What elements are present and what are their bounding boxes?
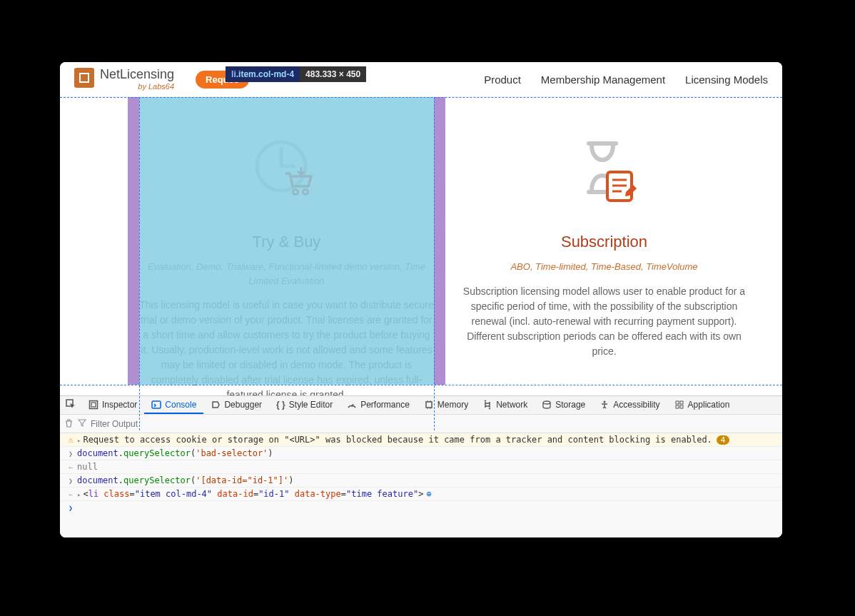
tab-console[interactable]: Console (144, 396, 203, 414)
devtools-panel: Inspector Console Debugger { }Style Edit… (60, 395, 782, 537)
output-value: null (77, 462, 778, 472)
svg-rect-13 (91, 403, 96, 407)
tab-accessibility[interactable]: Accessibility (592, 396, 667, 414)
card-subtitle: ABO, Time-limited, Time-Based, TimeVolum… (457, 260, 752, 274)
console-output-row[interactable]: <li class="item col-md-4" data-id="id-1"… (60, 488, 782, 501)
console-prompt-row[interactable] (60, 501, 782, 514)
nav-licensing-models[interactable]: Licensing Models (685, 74, 768, 86)
svg-line-15 (352, 404, 353, 407)
clock-cart-icon (139, 133, 434, 211)
console-warning-row[interactable]: ⚠ Request to access cookie or storage on… (60, 433, 782, 447)
output-arrow-icon (64, 489, 77, 499)
brand-name: NetLicensing (100, 68, 174, 81)
inspect-tooltip-dimensions: 483.333 × 450 (300, 66, 366, 82)
console-input-row[interactable]: document.querySelector('bad-selector') (60, 447, 782, 460)
request-badge[interactable]: Reques li.item.col-md-4 483.333 × 450 (196, 71, 249, 89)
devtools-tabs: Inspector Console Debugger { }Style Edit… (60, 396, 782, 415)
brand-block[interactable]: NetLicensing by Labs64 (74, 68, 174, 91)
brand-logo-icon (74, 68, 94, 88)
inspect-tooltip-selector: li.item.col-md-4 (226, 66, 300, 82)
svg-point-3 (293, 190, 298, 195)
console-output: ⚠ Request to access cookie or storage on… (60, 433, 782, 514)
card-try-and-buy[interactable]: Try & Buy Evaluation, Demo, Trialware, F… (128, 97, 445, 403)
filter-input[interactable] (91, 419, 778, 429)
cards-row: Try & Buy Evaluation, Demo, Trialware, F… (128, 97, 782, 403)
svg-rect-14 (152, 401, 161, 408)
output-arrow-icon (64, 462, 77, 472)
tab-application[interactable]: Application (667, 396, 737, 414)
input-chevron-icon (64, 475, 77, 485)
hourglass-document-icon (457, 133, 752, 211)
card-subtitle: Evaluation, Demo, Trialware, Functional-… (139, 260, 434, 288)
svg-rect-23 (676, 401, 679, 404)
tab-inspector[interactable]: Inspector (81, 396, 144, 414)
prompt-chevron-icon (64, 503, 77, 513)
card-title: Try & Buy (139, 233, 434, 251)
tab-storage[interactable]: Storage (535, 396, 592, 414)
page-content: Try & Buy Evaluation, Demo, Trialware, F… (60, 97, 782, 430)
input-chevron-icon (64, 448, 77, 458)
tab-debugger[interactable]: Debugger (203, 396, 269, 414)
inspect-tooltip: li.item.col-md-4 483.333 × 450 (226, 66, 366, 82)
clear-console-icon[interactable] (64, 418, 74, 430)
card-description: This licensing model is useful in case y… (139, 298, 434, 403)
filter-icon (78, 418, 86, 429)
brand-byline: by Labs64 (100, 82, 174, 91)
tab-memory[interactable]: Memory (417, 396, 475, 414)
tab-performance[interactable]: Performance (340, 396, 417, 414)
console-output-row[interactable]: null (60, 460, 782, 474)
browser-with-devtools: NetLicensing by Labs64 Reques li.item.co… (60, 62, 782, 537)
svg-point-21 (543, 401, 550, 404)
svg-point-22 (604, 400, 606, 403)
card-description: Subscription licensing model allows user… (457, 284, 752, 359)
tab-network[interactable]: Network (475, 396, 535, 414)
warning-text: Request to access cookie or storage on "… (83, 435, 712, 445)
element-picker-icon[interactable] (60, 399, 81, 411)
card-subscription[interactable]: Subscription ABO, Time-limited, Time-Bas… (445, 97, 763, 403)
svg-rect-12 (90, 400, 98, 408)
console-filter-bar (60, 415, 782, 433)
svg-point-4 (303, 190, 308, 195)
card-title: Subscription (457, 233, 752, 251)
nav-membership[interactable]: Membership Management (541, 74, 665, 86)
svg-rect-24 (680, 401, 683, 404)
warning-icon: ⚠ (64, 435, 77, 445)
warning-count-badge: 4 (717, 435, 730, 445)
expand-node-icon[interactable]: ⊕ (426, 489, 431, 499)
svg-rect-26 (680, 405, 683, 408)
tab-style-editor[interactable]: { }Style Editor (269, 396, 340, 414)
top-nav: Product Membership Management Licensing … (484, 74, 768, 86)
console-input-row[interactable]: document.querySelector('[data-id="id-1"]… (60, 474, 782, 488)
svg-rect-25 (676, 405, 679, 408)
nav-product[interactable]: Product (484, 74, 521, 86)
svg-rect-16 (426, 402, 432, 408)
page-header: NetLicensing by Labs64 Reques li.item.co… (60, 62, 782, 97)
